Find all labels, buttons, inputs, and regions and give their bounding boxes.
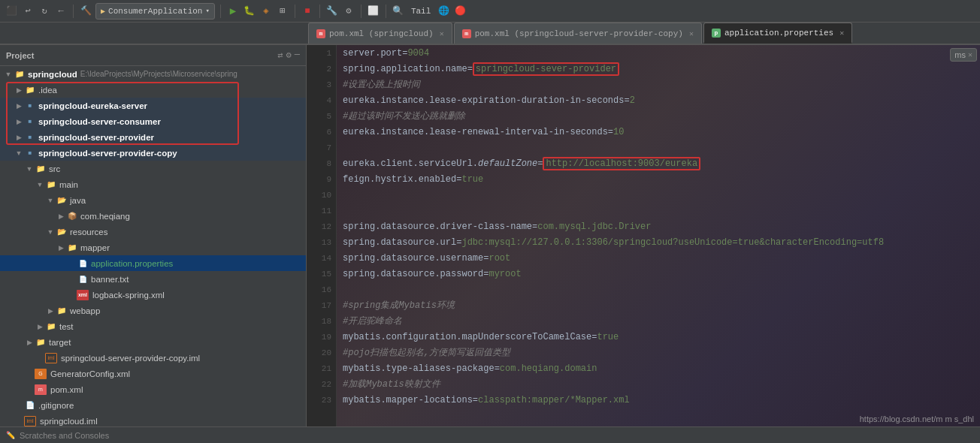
code-line-23: mybatis.mapper-locations=classpath:mappe… <box>343 392 974 408</box>
tree-idea[interactable]: ▶ 📁 .idea <box>0 82 306 98</box>
code-line-13: spring.datasource.url=jdbc:mysql://127.0… <box>343 234 974 250</box>
code-l5: #超过该时间不发送心跳就删除 <box>343 110 465 122</box>
code-l8-url-box: http://localhost:9003/eureka <box>543 157 700 170</box>
sidebar-minimize[interactable]: — <box>295 50 300 61</box>
editor-content[interactable]: 1 2 3 4 5 6 7 8 9 10 11 12 13 14 15 16 1… <box>307 45 980 426</box>
tree-generator-xml[interactable]: ▶ G GeneratorConfig.xml <box>0 366 306 381</box>
ln-7: 7 <box>307 140 336 155</box>
build-icon[interactable]: 🔧 <box>325 5 339 18</box>
extra-icon[interactable]: 🔴 <box>453 5 467 18</box>
code-line-17: #spring集成Mybatis环境 <box>343 297 974 313</box>
sidebar-collapse-all[interactable]: ⇄ <box>277 50 283 61</box>
tree-eureka-arrow: ▶ <box>14 102 24 110</box>
code-line-7 <box>343 140 974 155</box>
toolbar-icon-back[interactable]: ← <box>54 5 68 18</box>
tree-webapp[interactable]: ▶ 📁 webapp <box>0 303 306 318</box>
tree-logback[interactable]: ▶ xml logback-spring.xml <box>0 287 306 303</box>
tree-resources-label: resources <box>70 228 108 237</box>
toolbar-sep-5 <box>361 5 361 18</box>
project-selector[interactable]: ▶ ConsumerApplication ▾ <box>95 3 215 20</box>
code-area[interactable]: server.port=9004 spring.application.name… <box>337 45 980 426</box>
sidebar-actions: ⇄ ⚙ — <box>277 50 300 61</box>
sidebar-gear[interactable]: ⚙ <box>286 50 292 61</box>
tree-package[interactable]: ▶ 📦 com.heqiang <box>0 208 306 224</box>
tree-main-arrow: ▼ <box>35 181 45 188</box>
tab-props-label: application.properties <box>724 29 833 38</box>
search-icon[interactable]: 🔍 <box>392 5 405 18</box>
debug-button[interactable]: 🐛 <box>243 5 256 18</box>
tab-pom2[interactable]: m pom.xml (springcloud-server-provider-c… <box>454 23 702 44</box>
tree-java-arrow: ▼ <box>45 197 56 204</box>
tree-pom-pc-icon: m <box>35 384 47 395</box>
tree-provider-icon: ■ <box>24 132 36 143</box>
run-coverage-button[interactable]: ◈ <box>259 5 273 18</box>
tree-pom-pc-label: pom.xml <box>50 385 83 394</box>
code-line-5: #超过该时间不发送心跳就删除 <box>343 108 974 124</box>
tree-consumer-arrow: ▶ <box>14 118 24 125</box>
run-button[interactable]: ▶ <box>226 5 240 18</box>
tree-iml-provider-copy[interactable]: ▶ iml springcloud-server-provider-copy.i… <box>0 350 306 366</box>
ln-12: 12 <box>307 218 336 234</box>
tree-resources[interactable]: ▼ 📂 resources <box>0 224 306 240</box>
tree-test-label: test <box>59 322 74 331</box>
tab-pom1[interactable]: m pom.xml (springcloud) ✕ <box>308 23 452 44</box>
tab-props[interactable]: p application.properties ✕ <box>703 23 852 44</box>
tree-root[interactable]: ▼ 📁 springcloud E:\IdeaProjects\MyProjec… <box>0 66 306 82</box>
window-icon[interactable]: ⬜ <box>367 5 380 18</box>
toolbar-icon-build[interactable]: 🔨 <box>79 5 92 18</box>
translate-icon[interactable]: 🌐 <box>437 5 450 18</box>
sidebar-tree[interactable]: ▼ 📁 springcloud E:\IdeaProjects\MyProjec… <box>0 66 306 426</box>
tree-pom-pc[interactable]: ▶ m pom.xml <box>0 381 306 397</box>
tree-eureka-server[interactable]: ▶ ■ springcloud-eureka-server <box>0 98 306 113</box>
tree-java[interactable]: ▼ 📂 java <box>0 192 306 208</box>
tree-banner[interactable]: ▶ 📄 banner.txt <box>0 271 306 287</box>
code-line-10 <box>343 187 974 203</box>
tree-provider[interactable]: ▶ ■ springcloud-server-provider <box>0 129 306 145</box>
tree-app-props[interactable]: ▶ 📄 application.properties <box>0 255 306 271</box>
tree-target[interactable]: ▶ 📁 target <box>0 334 306 350</box>
tree-provider-copy[interactable]: ▼ ■ springcloud-server-provider-copy <box>0 145 306 161</box>
tree-consumer[interactable]: ▶ ■ springcloud-server-consumer <box>0 113 306 129</box>
tree-gitignore[interactable]: ▶ 📄 .gitignore <box>0 397 306 413</box>
toolbar-icon-refresh[interactable]: ↻ <box>38 5 51 18</box>
tree-provider-arrow: ▶ <box>14 134 24 141</box>
ln-22: 22 <box>307 376 336 392</box>
tree-src[interactable]: ▼ 📁 src <box>0 161 306 176</box>
toolbar-sep-1 <box>73 5 74 18</box>
maven-icon[interactable]: ⚙ <box>342 5 355 18</box>
ln-15: 15 <box>307 266 336 282</box>
toolbar-icon-2[interactable]: ↩ <box>21 5 35 18</box>
tree-gitignore-label: .gitignore <box>38 401 74 410</box>
code-l3: #设置心跳上报时间 <box>343 78 420 91</box>
tree-test[interactable]: ▶ 📁 test <box>0 318 306 334</box>
line-numbers: 1 2 3 4 5 6 7 8 9 10 11 12 13 14 15 16 1… <box>307 45 337 426</box>
tree-root-folder-icon: 📁 <box>14 69 26 80</box>
tree-mapper[interactable]: ▶ 📁 mapper <box>0 240 306 255</box>
tree-webapp-arrow: ▶ <box>45 307 56 315</box>
code-line-4: eureka.instance.lease-expiration-duratio… <box>343 92 974 108</box>
tab-pom2-close[interactable]: ✕ <box>689 29 694 38</box>
tab-props-close[interactable]: ✕ <box>839 29 844 38</box>
tab-pom2-icon: m <box>462 29 471 38</box>
tree-src-arrow: ▼ <box>24 165 35 173</box>
tail-label: Tail <box>411 7 431 16</box>
tree-main[interactable]: ▼ 📁 main <box>0 176 306 192</box>
tree-idea-arrow: ▶ <box>14 86 24 94</box>
tree-package-arrow: ▶ <box>56 212 66 220</box>
tab-pom1-close[interactable]: ✕ <box>440 29 444 38</box>
tree-springcloud-iml[interactable]: ▶ iml springcloud.iml <box>0 413 306 426</box>
ln-4: 4 <box>307 92 336 108</box>
ms-badge-close[interactable]: ✕ <box>968 50 972 59</box>
tree-mapper-label: mapper <box>80 243 110 252</box>
tree-logback-label: logback-spring.xml <box>92 291 165 300</box>
ln-18: 18 <box>307 313 336 329</box>
ln-19: 19 <box>307 329 336 345</box>
toolbar-icon-1[interactable]: ⬛ <box>5 5 18 18</box>
watermark-text: https://blog.csdn.net/m m s_dhl <box>860 414 974 423</box>
stop-button[interactable]: ■ <box>301 5 314 18</box>
code-line-3: #设置心跳上报时间 <box>343 77 974 92</box>
attach-button[interactable]: ⊞ <box>276 5 289 18</box>
code-line-21: mybatis.type-aliases-package=com.heqiang… <box>343 360 974 376</box>
scratches-label[interactable]: Scratches and Consoles <box>20 431 109 440</box>
tree-logback-icon: xml <box>77 290 89 300</box>
